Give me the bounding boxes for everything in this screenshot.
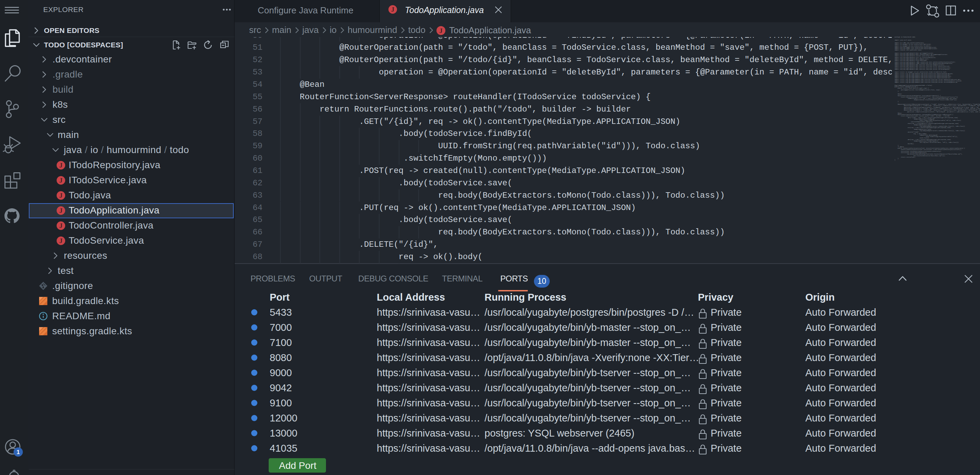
svg-text:J: J [439, 27, 443, 34]
svg-text:10: 10 [537, 277, 546, 285]
